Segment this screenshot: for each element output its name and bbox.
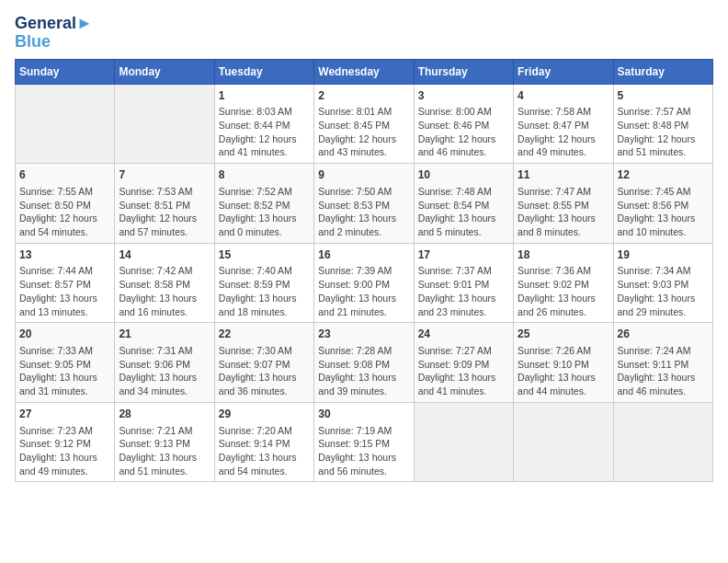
calendar-cell: 26Sunrise: 7:24 AM Sunset: 9:11 PM Dayli… xyxy=(613,323,712,403)
calendar-cell: 18Sunrise: 7:36 AM Sunset: 9:02 PM Dayli… xyxy=(514,243,613,323)
day-number: 19 xyxy=(618,247,709,263)
calendar-cell: 16Sunrise: 7:39 AM Sunset: 9:00 PM Dayli… xyxy=(314,243,414,323)
cell-details: Sunrise: 8:00 AM Sunset: 8:46 PM Dayligh… xyxy=(418,105,509,159)
calendar-cell xyxy=(613,402,712,482)
calendar-cell: 11Sunrise: 7:47 AM Sunset: 8:55 PM Dayli… xyxy=(514,164,613,244)
cell-details: Sunrise: 8:03 AM Sunset: 8:44 PM Dayligh… xyxy=(219,105,310,159)
day-number: 15 xyxy=(219,247,310,263)
cell-details: Sunrise: 7:26 AM Sunset: 9:10 PM Dayligh… xyxy=(518,344,609,398)
calendar-cell: 3Sunrise: 8:00 AM Sunset: 8:46 PM Daylig… xyxy=(414,84,513,164)
calendar-cell: 24Sunrise: 7:27 AM Sunset: 9:09 PM Dayli… xyxy=(414,323,513,403)
cell-details: Sunrise: 7:30 AM Sunset: 9:07 PM Dayligh… xyxy=(219,344,310,398)
day-header-sunday: Sunday xyxy=(16,59,115,84)
cell-details: Sunrise: 7:31 AM Sunset: 9:06 PM Dayligh… xyxy=(119,344,210,398)
day-number: 29 xyxy=(219,407,310,422)
day-number: 8 xyxy=(219,167,310,183)
cell-details: Sunrise: 7:28 AM Sunset: 9:08 PM Dayligh… xyxy=(318,344,409,398)
day-number: 12 xyxy=(618,167,709,183)
day-number: 21 xyxy=(119,327,210,342)
day-number: 10 xyxy=(418,167,509,183)
day-number: 3 xyxy=(418,88,509,104)
cell-details: Sunrise: 7:21 AM Sunset: 9:13 PM Dayligh… xyxy=(119,424,210,478)
day-number: 11 xyxy=(518,167,609,183)
cell-details: Sunrise: 7:55 AM Sunset: 8:50 PM Dayligh… xyxy=(19,185,110,239)
day-number: 16 xyxy=(318,247,409,263)
calendar-cell xyxy=(115,84,214,164)
page-header: General►Blue xyxy=(15,15,713,52)
calendar-cell: 12Sunrise: 7:45 AM Sunset: 8:56 PM Dayli… xyxy=(613,164,712,244)
cell-details: Sunrise: 7:19 AM Sunset: 9:15 PM Dayligh… xyxy=(318,424,409,478)
day-number: 4 xyxy=(518,88,609,104)
calendar-cell: 23Sunrise: 7:28 AM Sunset: 9:08 PM Dayli… xyxy=(314,323,414,403)
logo-text: General►Blue xyxy=(15,15,93,52)
calendar-cell: 5Sunrise: 7:57 AM Sunset: 8:48 PM Daylig… xyxy=(613,84,712,164)
calendar-cell: 1Sunrise: 8:03 AM Sunset: 8:44 PM Daylig… xyxy=(214,84,313,164)
day-number: 13 xyxy=(19,247,110,263)
cell-details: Sunrise: 7:33 AM Sunset: 9:05 PM Dayligh… xyxy=(19,344,110,398)
calendar-cell: 30Sunrise: 7:19 AM Sunset: 9:15 PM Dayli… xyxy=(314,402,414,482)
calendar-cell: 6Sunrise: 7:55 AM Sunset: 8:50 PM Daylig… xyxy=(16,164,115,244)
calendar-cell: 25Sunrise: 7:26 AM Sunset: 9:10 PM Dayli… xyxy=(514,323,613,403)
day-header-wednesday: Wednesday xyxy=(314,59,414,84)
day-number: 26 xyxy=(618,327,709,342)
day-number: 9 xyxy=(318,167,409,183)
calendar-cell: 2Sunrise: 8:01 AM Sunset: 8:45 PM Daylig… xyxy=(314,84,414,164)
calendar-week-row: 13Sunrise: 7:44 AM Sunset: 8:57 PM Dayli… xyxy=(16,243,713,323)
day-number: 27 xyxy=(19,407,110,422)
calendar-cell: 21Sunrise: 7:31 AM Sunset: 9:06 PM Dayli… xyxy=(115,323,214,403)
day-number: 2 xyxy=(318,88,409,104)
day-number: 22 xyxy=(219,327,310,342)
day-number: 14 xyxy=(119,247,210,263)
cell-details: Sunrise: 7:57 AM Sunset: 8:48 PM Dayligh… xyxy=(618,105,709,159)
calendar-cell xyxy=(414,402,513,482)
calendar-cell: 10Sunrise: 7:48 AM Sunset: 8:54 PM Dayli… xyxy=(414,164,513,244)
cell-details: Sunrise: 7:23 AM Sunset: 9:12 PM Dayligh… xyxy=(19,424,110,478)
calendar-week-row: 6Sunrise: 7:55 AM Sunset: 8:50 PM Daylig… xyxy=(16,164,713,244)
calendar-cell: 28Sunrise: 7:21 AM Sunset: 9:13 PM Dayli… xyxy=(115,402,214,482)
calendar-cell: 29Sunrise: 7:20 AM Sunset: 9:14 PM Dayli… xyxy=(214,402,313,482)
calendar-cell: 15Sunrise: 7:40 AM Sunset: 8:59 PM Dayli… xyxy=(214,243,313,323)
day-header-saturday: Saturday xyxy=(613,59,712,84)
day-header-tuesday: Tuesday xyxy=(214,59,313,84)
cell-details: Sunrise: 7:58 AM Sunset: 8:47 PM Dayligh… xyxy=(518,105,609,159)
cell-details: Sunrise: 7:42 AM Sunset: 8:58 PM Dayligh… xyxy=(119,264,210,318)
day-header-thursday: Thursday xyxy=(414,59,513,84)
day-number: 23 xyxy=(318,327,409,342)
day-number: 28 xyxy=(119,407,210,422)
cell-details: Sunrise: 8:01 AM Sunset: 8:45 PM Dayligh… xyxy=(318,105,409,159)
calendar-cell xyxy=(16,84,115,164)
calendar-cell: 27Sunrise: 7:23 AM Sunset: 9:12 PM Dayli… xyxy=(16,402,115,482)
cell-details: Sunrise: 7:24 AM Sunset: 9:11 PM Dayligh… xyxy=(618,344,709,398)
calendar-cell: 19Sunrise: 7:34 AM Sunset: 9:03 PM Dayli… xyxy=(613,243,712,323)
logo: General►Blue xyxy=(15,15,93,52)
calendar-cell xyxy=(514,402,613,482)
cell-details: Sunrise: 7:53 AM Sunset: 8:51 PM Dayligh… xyxy=(119,185,210,239)
cell-details: Sunrise: 7:20 AM Sunset: 9:14 PM Dayligh… xyxy=(219,424,310,478)
calendar-week-row: 27Sunrise: 7:23 AM Sunset: 9:12 PM Dayli… xyxy=(16,402,713,482)
day-number: 18 xyxy=(518,247,609,263)
cell-details: Sunrise: 7:50 AM Sunset: 8:53 PM Dayligh… xyxy=(318,185,409,239)
cell-details: Sunrise: 7:52 AM Sunset: 8:52 PM Dayligh… xyxy=(219,185,310,239)
cell-details: Sunrise: 7:37 AM Sunset: 9:01 PM Dayligh… xyxy=(418,264,509,318)
calendar-week-row: 1Sunrise: 8:03 AM Sunset: 8:44 PM Daylig… xyxy=(16,84,713,164)
day-number: 30 xyxy=(318,407,409,422)
cell-details: Sunrise: 7:27 AM Sunset: 9:09 PM Dayligh… xyxy=(418,344,509,398)
calendar-table: SundayMondayTuesdayWednesdayThursdayFrid… xyxy=(15,59,713,483)
calendar-cell: 7Sunrise: 7:53 AM Sunset: 8:51 PM Daylig… xyxy=(115,164,214,244)
calendar-cell: 13Sunrise: 7:44 AM Sunset: 8:57 PM Dayli… xyxy=(16,243,115,323)
cell-details: Sunrise: 7:34 AM Sunset: 9:03 PM Dayligh… xyxy=(618,264,709,318)
day-number: 24 xyxy=(418,327,509,342)
calendar-cell: 20Sunrise: 7:33 AM Sunset: 9:05 PM Dayli… xyxy=(16,323,115,403)
calendar-cell: 4Sunrise: 7:58 AM Sunset: 8:47 PM Daylig… xyxy=(514,84,613,164)
cell-details: Sunrise: 7:45 AM Sunset: 8:56 PM Dayligh… xyxy=(618,185,709,239)
day-number: 5 xyxy=(618,88,709,104)
calendar-cell: 22Sunrise: 7:30 AM Sunset: 9:07 PM Dayli… xyxy=(214,323,313,403)
day-number: 1 xyxy=(219,88,310,104)
cell-details: Sunrise: 7:36 AM Sunset: 9:02 PM Dayligh… xyxy=(518,264,609,318)
day-number: 6 xyxy=(19,167,110,183)
cell-details: Sunrise: 7:47 AM Sunset: 8:55 PM Dayligh… xyxy=(518,185,609,239)
calendar-cell: 9Sunrise: 7:50 AM Sunset: 8:53 PM Daylig… xyxy=(314,164,414,244)
calendar-week-row: 20Sunrise: 7:33 AM Sunset: 9:05 PM Dayli… xyxy=(16,323,713,403)
calendar-cell: 8Sunrise: 7:52 AM Sunset: 8:52 PM Daylig… xyxy=(214,164,313,244)
cell-details: Sunrise: 7:40 AM Sunset: 8:59 PM Dayligh… xyxy=(219,264,310,318)
